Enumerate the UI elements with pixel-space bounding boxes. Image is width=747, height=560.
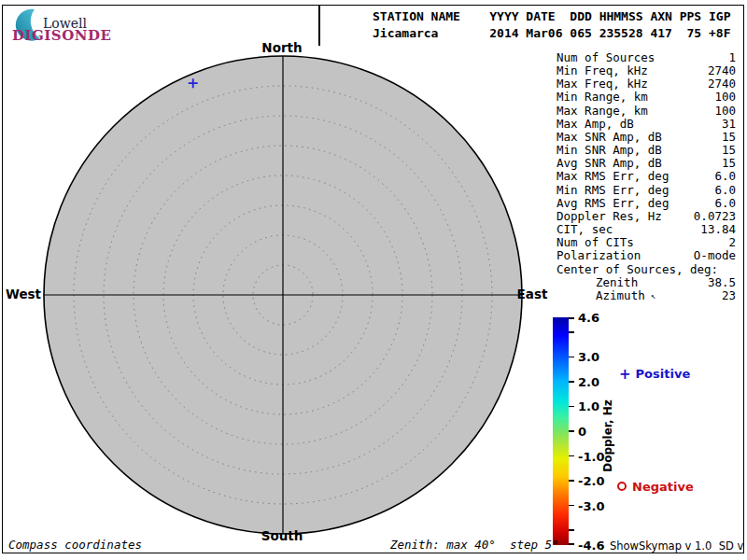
stat-value: 100 (714, 105, 736, 118)
plus-marker-icon: + (619, 366, 631, 383)
stat-row: Avg SNR Amp, dB15 (557, 157, 736, 170)
colorbar-tick-label: -2.0 (578, 474, 604, 488)
stat-label: Min Freq, kHz (557, 64, 648, 77)
digisonde-logo: Lowell DIGISONDE (7, 7, 120, 46)
colorbar-tick-label: 0 (578, 425, 586, 439)
colorbar-tick (569, 381, 574, 383)
footer-version: ShowSkymap v 1.0 SD v 4.2 (610, 539, 747, 553)
stat-value: 31 (722, 118, 736, 131)
stat-value: 15 (722, 131, 736, 144)
legend-negative-label: Negative (632, 480, 694, 494)
stat-label: Num of CITs (557, 236, 634, 249)
stat-row: Max Amp, dB31 (557, 118, 736, 131)
stat-value: 2 (728, 236, 736, 249)
footer-coordinates-label: Compass coordinates (8, 538, 142, 552)
stat-label: Max Range, km (557, 105, 648, 118)
stat-label: Min SNR Amp, dB (557, 144, 662, 157)
colorbar-tick (569, 317, 574, 319)
stat-value: 2740 (708, 64, 736, 77)
legend-positive-label: Positive (636, 367, 691, 381)
colorbar-tick (569, 529, 574, 531)
colorbar-tick (569, 543, 574, 545)
stat-value: 0.0723 (694, 210, 736, 223)
footer-zenith-note: Zenith: max 40° step 5° (390, 538, 559, 552)
stat-value: 100 (714, 91, 736, 104)
header-columns: STATION NAME YYYY DATE DDD HHMMSS AXN PP… (373, 9, 731, 23)
colorbar-axis-label: Doppler, Hz (601, 399, 614, 472)
colorbar-tick (569, 430, 574, 432)
stat-row: Min Range, km100 (557, 91, 736, 104)
stat-value: 2740 (708, 77, 736, 91)
stat-row: Center of Sources, deg: (557, 263, 736, 276)
compass-label-north: North (261, 40, 302, 55)
colorbar-tick-label: -4.6 (578, 539, 604, 553)
stats-panel: Num of Sources1Min Freq, kHz2740Max Freq… (557, 51, 736, 302)
stat-label: Max SNR Amp, dB (557, 131, 662, 144)
colorbar-tick-label: 4.6 (578, 311, 599, 325)
stat-value: 38.5 (708, 276, 736, 289)
stat-value: 1 (728, 51, 736, 64)
colorbar-tick (569, 505, 574, 507)
stat-row: Max RMS Err, deg6.0 (557, 170, 736, 183)
colorbar-tick-label: 3.0 (578, 350, 599, 364)
stat-label: CIT, sec (557, 223, 613, 236)
stat-value: 6.0 (714, 197, 736, 210)
stat-label: Min Range, km (557, 91, 648, 104)
stat-label: Max Amp, dB (557, 118, 634, 131)
colorbar-tick (569, 357, 574, 358)
stat-value: 13.84 (700, 223, 736, 236)
header-divider (318, 5, 320, 46)
logo-digisonde-text: DIGISONDE (12, 27, 111, 44)
stat-label: Max RMS Err, deg (557, 170, 669, 183)
stat-label: Max Freq, kHz (557, 77, 648, 91)
colorbar-tick (569, 480, 574, 482)
legend-positive: +Positive (619, 366, 690, 383)
stat-label: Num of Sources (557, 51, 655, 64)
stat-label: Min RMS Err, deg (557, 184, 669, 197)
doppler-colorbar: 4.63.02.01.00-1.0-2.0-3.0-4.6 (553, 317, 569, 545)
stat-label: Center of Sources, deg: (557, 263, 718, 276)
stat-value: O-mode (694, 249, 736, 262)
stat-row: Min SNR Amp, dB15 (557, 144, 736, 157)
stat-label: Azimuth↖ (557, 289, 655, 302)
stat-label: Polarization (557, 249, 641, 262)
stat-row: Num of CITs2 (557, 236, 736, 249)
header-info: STATION NAME YYYY DATE DDD HHMMSS AXN PP… (373, 8, 731, 42)
stat-label: Zenith (557, 276, 638, 289)
stat-row: Azimuth↖23 (557, 289, 736, 302)
stat-value: 23 (722, 289, 736, 302)
stat-row: Max Range, km100 (557, 105, 736, 118)
stat-row: Max SNR Amp, dB15 (557, 131, 736, 144)
stat-row: Num of Sources1 (557, 51, 736, 64)
colorbar-tick (569, 455, 574, 457)
circle-marker-icon (617, 482, 627, 491)
stat-value: 6.0 (714, 184, 736, 197)
stat-label: Avg RMS Err, deg (557, 197, 669, 210)
stat-row: Zenith38.5 (557, 276, 736, 289)
colorbar-tick-label: -3.0 (578, 498, 604, 512)
stat-row: Doppler Res, Hz0.0723 (557, 210, 736, 223)
colorbar-tick-label: 2.0 (578, 374, 599, 388)
stat-row: Min RMS Err, deg6.0 (557, 184, 736, 197)
stat-row: Min Freq, kHz2740 (557, 64, 736, 77)
compass-label-west: West (6, 287, 41, 301)
stat-value: 15 (722, 157, 736, 170)
legend-negative: Negative (617, 480, 694, 494)
stat-row: Avg RMS Err, deg6.0 (557, 197, 736, 210)
header-values: Jicamarca 2014 Mar06 065 235528 417 75 +… (373, 26, 731, 40)
stat-label: Doppler Res, Hz (557, 210, 662, 223)
colorbar-tick (569, 331, 574, 333)
stat-row: Max Freq, kHz2740 (557, 77, 736, 91)
colorbar-tick (569, 406, 574, 408)
stat-value: 15 (722, 144, 736, 157)
stat-value: 6.0 (714, 170, 736, 183)
stat-row: CIT, sec13.84 (557, 223, 736, 236)
stat-row: PolarizationO-mode (557, 249, 736, 262)
compass-label-east: East (517, 287, 548, 301)
azimuth-direction-arrow-icon: ↖ (651, 291, 655, 301)
colorbar-tick-label: 1.0 (578, 399, 599, 413)
compass-label-south: South (261, 528, 303, 543)
stat-label: Avg SNR Amp, dB (557, 157, 662, 170)
